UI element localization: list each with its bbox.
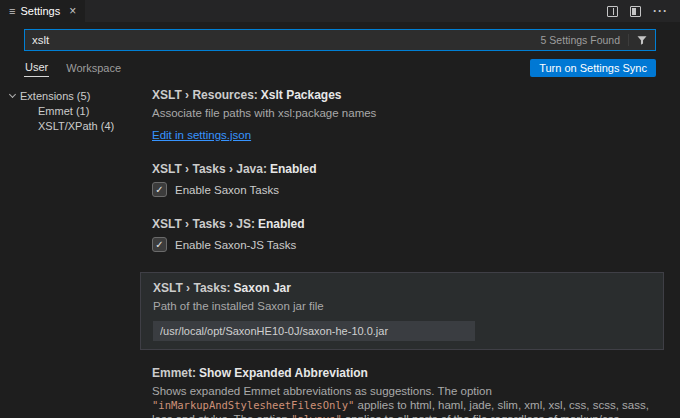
toc-item-xslt-xpath[interactable]: XSLT/XPath (4) [10, 118, 152, 133]
setting-category: XSLT › Tasks › Java: [152, 162, 267, 176]
setting-name: Enabled [270, 162, 317, 176]
setting-category: XSLT › Tasks › JS: [152, 217, 255, 231]
toc-label: XSLT/XPath (4) [38, 120, 114, 132]
tab-settings[interactable]: ≡ Settings × [0, 0, 86, 22]
setting-xslt-resources-xslt-packages: XSLT › Resources:Xslt Packages Associate… [152, 88, 664, 142]
checkbox-label: Enable Saxon-JS Tasks [175, 239, 296, 251]
setting-xslt-tasks-saxon-jar: XSLT › Tasks:Saxon Jar Path of the insta… [140, 272, 664, 350]
chevron-down-icon [9, 90, 16, 97]
description-code: "always" [291, 413, 342, 418]
description-text: applies to all parts of the file regardl… [342, 413, 623, 418]
setting-name: Saxon Jar [234, 281, 291, 295]
settings-search-box: 5 Settings Found [24, 29, 656, 51]
search-results-count: 5 Settings Found [533, 34, 629, 46]
close-icon[interactable]: × [69, 4, 76, 18]
setting-category: Emmet: [152, 366, 196, 380]
setting-description: Shows expanded Emmet abbreviations as su… [152, 384, 664, 418]
toc-label: Emmet (1) [38, 105, 89, 117]
more-actions-icon[interactable]: ··· [653, 5, 668, 17]
checkbox-checked[interactable]: ✓ [152, 182, 167, 197]
setting-emmet-show-expanded-abbreviation: Emmet:Show Expanded Abbreviation Shows e… [152, 366, 664, 418]
description-code: "inMarkupAndStylesheetFilesOnly" [152, 399, 354, 411]
setting-description: Path of the installed Saxon jar file [153, 299, 651, 313]
split-editor-icon[interactable] [607, 6, 618, 17]
setting-name: Enabled [258, 217, 305, 231]
description-text: Shows expanded Emmet abbreviations as su… [152, 385, 492, 397]
setting-title: XSLT › Tasks:Saxon Jar [153, 281, 651, 295]
settings-editor-window: ≡ Settings × ··· 5 Settings Found User W… [0, 0, 680, 418]
toc-item-emmet[interactable]: Emmet (1) [10, 103, 152, 118]
setting-description: Associate file paths with xsl:package na… [152, 106, 664, 120]
checkbox-checked[interactable]: ✓ [152, 237, 167, 252]
settings-toc: Extensions (5) Emmet (1) XSLT/XPath (4) [0, 88, 152, 418]
setting-xslt-tasks-java-enabled: XSLT › Tasks › Java:Enabled ✓ Enable Sax… [152, 162, 664, 197]
setting-name: Show Expanded Abbreviation [199, 366, 368, 380]
setting-title: XSLT › Resources:Xslt Packages [152, 88, 664, 102]
setting-title: XSLT › Tasks › Java:Enabled [152, 162, 664, 176]
settings-icon: ≡ [9, 6, 15, 17]
checkbox-row: ✓ Enable Saxon-JS Tasks [152, 237, 664, 252]
editor-actions: ··· [595, 0, 680, 22]
settings-search-input[interactable] [25, 34, 533, 46]
turn-on-settings-sync-button[interactable]: Turn on Settings Sync [530, 59, 656, 77]
tab-title: Settings [20, 5, 60, 17]
setting-category: XSLT › Resources: [152, 88, 258, 102]
settings-content: Extensions (5) Emmet (1) XSLT/XPath (4) … [0, 88, 680, 418]
toc-item-extensions[interactable]: Extensions (5) [10, 88, 152, 103]
setting-name: Xslt Packages [261, 88, 342, 102]
checkbox-label: Enable Saxon Tasks [175, 184, 279, 196]
toc-label: Extensions (5) [20, 90, 90, 102]
filter-icon[interactable] [633, 31, 651, 49]
settings-list: XSLT › Resources:Xslt Packages Associate… [152, 88, 680, 418]
setting-category: XSLT › Tasks: [153, 281, 231, 295]
tab-bar-empty-space [86, 0, 595, 22]
saxon-jar-path-input[interactable] [153, 321, 475, 341]
editor-tab-bar: ≡ Settings × ··· [0, 0, 680, 22]
setting-xslt-tasks-js-enabled: XSLT › Tasks › JS:Enabled ✓ Enable Saxon… [152, 217, 664, 252]
tab-user[interactable]: User [24, 58, 49, 77]
checkbox-row: ✓ Enable Saxon Tasks [152, 182, 664, 197]
tab-workspace[interactable]: Workspace [65, 59, 122, 77]
setting-title: XSLT › Tasks › JS:Enabled [152, 217, 664, 231]
edit-in-settings-json-link[interactable]: Edit in settings.json [152, 128, 251, 142]
search-row: 5 Settings Found [0, 22, 680, 51]
editor-layout-icon[interactable] [630, 6, 641, 17]
settings-scope-row: User Workspace Turn on Settings Sync [0, 56, 680, 79]
setting-title: Emmet:Show Expanded Abbreviation [152, 366, 664, 380]
